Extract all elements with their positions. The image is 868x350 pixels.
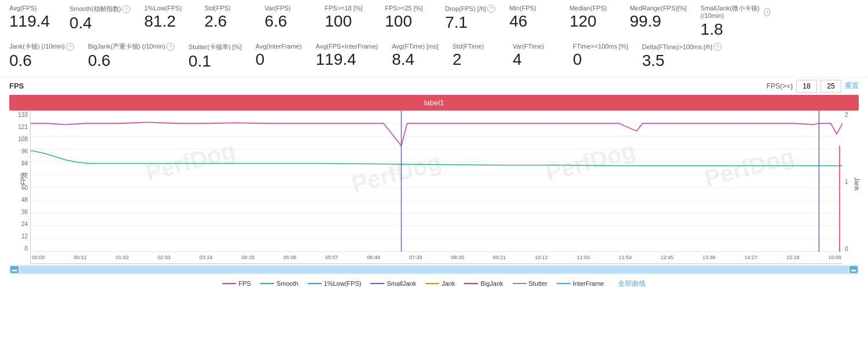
legend-jank: Jank: [425, 280, 455, 287]
legend-1plow-label: 1%Low(FPS): [324, 280, 362, 287]
legend-1plow-line: [308, 283, 322, 284]
fps-threshold-controls: FPS(>=) 重置: [767, 80, 859, 93]
chart-inner: FPS PerfDog Per: [30, 110, 843, 264]
stat-bigjank: BigJank(严重卡顿) (/10min) ? 0.6: [88, 43, 175, 71]
scrollbar[interactable]: ▬ ▬: [9, 265, 859, 274]
delta-ftime-help-icon[interactable]: ?: [713, 43, 722, 51]
stat-ftime100: FTime>=100ms [%] 0: [573, 43, 628, 69]
stat-std-fps: Std(FPS) 2.6: [204, 5, 251, 31]
stat-delta-ftime: Delta(FTime)>100ms [/h] ? 3.5: [642, 43, 722, 71]
legend-fps-label: FPS: [238, 280, 251, 287]
stat-std-ftime: Std(FTime) 2: [453, 43, 499, 69]
legend-smalljank-label: SmallJank: [387, 280, 416, 287]
scrollbar-left-handle[interactable]: ▬: [10, 266, 19, 273]
legend-smalljank: SmallJank: [370, 280, 416, 287]
legend-stutter-line: [513, 283, 527, 284]
stat-fps25: FPS>=25 [%] 100: [385, 5, 431, 31]
view-all-button[interactable]: 全部曲线: [618, 279, 646, 289]
stat-avg-fps-interframe: Avg(FPS+InterFrame) 119.4: [316, 43, 378, 69]
smalljank-help-icon[interactable]: ?: [764, 8, 770, 16]
main-chart-svg: PerfDog PerfDog PerfDog PerfDog: [31, 110, 843, 252]
scrollbar-right-handle[interactable]: ▬: [849, 266, 858, 273]
y-axis-right: 2 1 0: [843, 110, 859, 264]
chart-area: 133 121 108 96 84 72 60 48 36 24 12 0 FP…: [9, 110, 859, 264]
jank-help-icon[interactable]: ?: [66, 43, 74, 51]
stats-section: Avg(FPS) 119.4 Smooth(稳帧指数) ? 0.4 1%Low(…: [0, 0, 868, 78]
chart-legend: FPS Smooth 1%Low(FPS) SmallJank Jank Big…: [9, 275, 859, 291]
legend-bigjank-label: BigJank: [480, 280, 503, 287]
stat-drop-fps: Drop(FPS) [/h] ? 7.1: [445, 5, 495, 32]
legend-stutter-label: Stutter: [529, 280, 547, 287]
stat-1plow: 1%Low(FPS) 81.2: [144, 5, 190, 31]
stat-stutter: Stutter(卡顿率) [%] 0.1: [189, 43, 242, 71]
label-bar: label1: [9, 95, 859, 110]
svg-text:PerfDog: PerfDog: [143, 137, 238, 186]
legend-interframe-label: InterFrame: [573, 280, 604, 287]
svg-text:PerfDog: PerfDog: [702, 142, 797, 191]
stat-smalljank: SmallJank(微小卡顿) (/10min) ? 1.8: [701, 5, 770, 39]
stat-var-ftime: Var(FTime) 4: [513, 43, 559, 69]
drop-help-icon[interactable]: ?: [487, 5, 495, 13]
stat-smooth: Smooth(稳帧指数) ? 0.4: [69, 5, 130, 33]
stat-jank: Jank(卡顿) (/10min) ? 0.6: [9, 43, 74, 71]
x-axis: 00:00 00:51 01:42 02:33 03:24 04:15 05:0…: [31, 252, 843, 263]
smooth-help-icon[interactable]: ?: [122, 5, 130, 13]
stat-median-fps: Median(FPS) 120: [569, 5, 616, 31]
stat-avg-interframe: Avg(InterFrame) 0: [256, 43, 302, 69]
legend-smalljank-line: [370, 283, 384, 284]
stat-fps18: FPS>=18 [%] 100: [325, 5, 371, 31]
chart-title: FPS: [9, 82, 24, 90]
chart-header: FPS FPS(>=) 重置: [9, 80, 859, 93]
stat-medrange-fps: MedRange(FPS)[%] 99.9: [630, 5, 686, 31]
stat-avg-ftime: Avg(FTime) [ms] 8.4: [392, 43, 439, 69]
bigjank-help-icon[interactable]: ?: [167, 43, 175, 51]
legend-smooth-label: Smooth: [277, 280, 299, 287]
legend-fps: FPS: [222, 280, 251, 287]
svg-text:PerfDog: PerfDog: [543, 137, 638, 186]
stats-row-2: Jank(卡顿) (/10min) ? 0.6 BigJank(严重卡顿) (/…: [9, 43, 859, 71]
legend-bigjank: BigJank: [464, 280, 503, 287]
fps-threshold-input-25[interactable]: [821, 80, 841, 93]
legend-1plow: 1%Low(FPS): [308, 280, 362, 287]
chart-section: FPS FPS(>=) 重置 label1 133 121 108 96 84 …: [0, 78, 868, 291]
legend-stutter: Stutter: [513, 280, 547, 287]
legend-fps-line: [222, 283, 236, 284]
stats-row-1: Avg(FPS) 119.4 Smooth(稳帧指数) ? 0.4 1%Low(…: [9, 5, 859, 39]
legend-jank-line: [425, 283, 439, 284]
legend-smooth-line: [260, 283, 274, 284]
svg-text:PerfDog: PerfDog: [349, 148, 444, 197]
scrollbar-track[interactable]: [20, 266, 848, 273]
legend-bigjank-line: [464, 283, 478, 284]
fps-threshold-input-18[interactable]: [796, 80, 817, 93]
legend-smooth: Smooth: [260, 280, 299, 287]
legend-interframe-line: [557, 283, 571, 284]
stat-avg-fps: Avg(FPS) 119.4: [9, 5, 56, 31]
reset-button[interactable]: 重置: [845, 81, 859, 91]
stat-var-fps: Var(FPS) 6.6: [264, 5, 311, 31]
fps-threshold-label: FPS(>=): [767, 82, 793, 90]
legend-interframe: InterFrame: [557, 280, 604, 287]
legend-jank-label: Jank: [442, 280, 455, 287]
stat-min-fps: Min(FPS) 46: [509, 5, 556, 31]
y-axis-left: 133 121 108 96 84 72 60 48 36 24 12 0: [9, 110, 30, 264]
